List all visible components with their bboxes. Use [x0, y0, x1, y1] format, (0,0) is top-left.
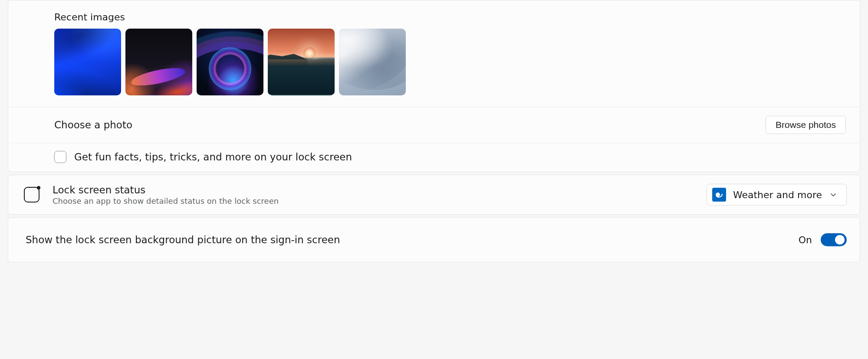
lockscreen-background-card: Recent images Choose a photo Browse phot… — [8, 0, 860, 172]
chevron-down-icon — [829, 190, 838, 199]
status-app-selected: Weather and more — [733, 189, 822, 200]
signin-background-card: Show the lock screen background picture … — [8, 217, 860, 262]
status-left: Lock screen status Choose an app to show… — [24, 184, 279, 206]
signin-toggle[interactable] — [821, 233, 847, 246]
fun-facts-label: Get fun facts, tips, tricks, and more on… — [74, 151, 352, 163]
browse-photos-button[interactable]: Browse photos — [766, 116, 846, 134]
recent-image-4[interactable] — [268, 29, 335, 95]
recent-images-heading: Recent images — [54, 12, 814, 23]
status-app-dropdown[interactable]: Weather and more — [707, 184, 847, 206]
choose-photo-label: Choose a photo — [54, 119, 132, 131]
status-subtitle: Choose an app to show detailed status on… — [53, 196, 279, 206]
fun-facts-row: Get fun facts, tips, tricks, and more on… — [8, 143, 860, 172]
recent-image-1[interactable] — [54, 29, 121, 95]
recent-image-5[interactable] — [339, 29, 406, 95]
signin-toggle-state: On — [799, 235, 812, 245]
status-title: Lock screen status — [53, 184, 279, 196]
recent-images-section: Recent images — [8, 0, 860, 107]
lockscreen-status-card: Lock screen status Choose an app to show… — [8, 175, 860, 215]
signin-background-label: Show the lock screen background picture … — [26, 234, 340, 245]
choose-photo-row: Choose a photo Browse photos — [8, 107, 860, 143]
recent-image-2[interactable] — [125, 29, 192, 95]
recent-images-row — [54, 29, 814, 95]
status-badge-icon — [24, 187, 39, 202]
weather-app-icon — [712, 188, 726, 202]
recent-image-3[interactable] — [197, 29, 263, 95]
fun-facts-checkbox[interactable] — [54, 151, 66, 163]
